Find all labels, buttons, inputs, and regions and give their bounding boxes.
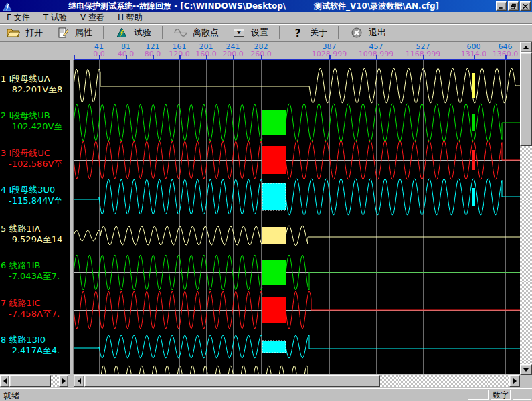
minimize-button[interactable] [496, 1, 507, 11]
settings-icon: * [232, 27, 246, 38]
toolbar-button-label: 试验 [134, 27, 151, 39]
channel-range: -7.043A至7. [9, 271, 60, 281]
scroll-down-button[interactable] [520, 364, 532, 375]
dense-fault-block [262, 260, 286, 285]
title-bar: 继电保护测试系统--故障回放 - [C:\WINDOWS\Desktop\ 测试… [0, 0, 532, 12]
toolbar-button-label: 离散点 [193, 27, 219, 39]
channel-label[interactable]: 4 Ⅰ段母线3U0 [1, 185, 55, 195]
channel-label[interactable]: 2 Ⅰ段母线UB [1, 110, 50, 121]
ruler-tick-mark [376, 55, 377, 59]
status-num-indicator: 数字 [491, 390, 511, 400]
ruler-tick-mark [423, 55, 424, 59]
waveform-area[interactable] [74, 60, 520, 374]
window-controls [495, 1, 531, 11]
menu-item-h[interactable]: H 帮助 [111, 12, 149, 23]
svg-text:?: ? [295, 27, 301, 38]
toolbar-button-label: 设置 [251, 27, 268, 39]
waveform-horizontal-scrollbar[interactable] [74, 375, 520, 387]
close-button[interactable] [520, 1, 531, 11]
test-run-icon [115, 27, 128, 38]
close-icon [522, 3, 529, 9]
toolbar: 打开属性试验离散点*设置?关于退出 [0, 24, 532, 42]
toolbar-button-8[interactable]: ?关于 [284, 25, 334, 41]
toolbar-button-10[interactable]: 退出 [343, 25, 393, 41]
channel-label[interactable]: 7 线路1IC [1, 298, 41, 308]
menu-item-t[interactable]: T 试验 [37, 12, 74, 23]
waveform-trace [74, 366, 520, 374]
toolbar-button-label: 打开 [25, 27, 43, 39]
cursor-marker[interactable] [472, 150, 475, 170]
panel-scroll-right-button[interactable] [59, 375, 68, 387]
status-panel [513, 390, 531, 400]
dense-fault-block [262, 227, 286, 244]
toolbar-button-1[interactable]: 属性 [50, 25, 99, 41]
menu-bar: F 文件T 试验V 查看H 帮助 [0, 12, 532, 24]
window-title: 继电保护测试系统--故障回放 - [C:\WINDOWS\Desktop\ 测试… [13, 1, 495, 12]
toolbar-button-0[interactable]: 打开 [0, 25, 50, 41]
toolbar-button-5[interactable]: 离散点 [167, 25, 226, 41]
toolbar-separator [279, 26, 280, 39]
dense-fault-block [262, 110, 286, 135]
wave-scroll-right-button[interactable] [509, 375, 520, 387]
restore-icon [510, 3, 517, 9]
channel-range: -102.420V至 [9, 121, 62, 131]
svg-text:*: * [237, 29, 241, 38]
channel-label[interactable]: 8 线路13I0 [1, 335, 46, 345]
ruler-tick-mark [474, 55, 475, 59]
panel-hscroll-track[interactable] [51, 375, 59, 387]
channel-range: -9.529A至14 [9, 234, 62, 244]
channel-label[interactable]: 6 线路1IB [1, 260, 40, 270]
channel-range: -115.844V至 [9, 195, 62, 206]
channel-range: -7.458A至7. [9, 309, 60, 319]
toolbar-button-label: 退出 [369, 27, 386, 39]
ruler-tick-mark [505, 55, 507, 59]
application-window: 继电保护测试系统--故障回放 - [C:\WINDOWS\Desktop\ 测试… [0, 0, 532, 401]
arrow-right-icon [513, 378, 517, 384]
arrow-left-icon [3, 378, 7, 384]
arrow-up-icon [523, 46, 529, 49]
channel-label[interactable]: 3 Ⅰ段母线UC [1, 148, 50, 158]
toolbar-separator [162, 26, 163, 39]
status-bar: 就绪 数字 [0, 388, 532, 401]
toolbar-button-3[interactable]: 试验 [108, 25, 158, 41]
arrow-down-icon [523, 368, 529, 372]
dense-fault-block [262, 146, 286, 174]
arrow-left-icon [78, 378, 81, 384]
menu-item-f[interactable]: F 文件 [0, 12, 37, 23]
wave-hscroll-thumb[interactable] [84, 375, 380, 387]
channel-range: -82.201V至8 [9, 84, 62, 94]
vscroll-thumb[interactable] [520, 52, 532, 146]
waveform-svg [74, 60, 520, 374]
vscroll-track[interactable] [520, 146, 532, 364]
app-lightning-icon [2, 1, 13, 11]
toolbar-button-label: 属性 [75, 27, 92, 39]
panel-scroll-left-button[interactable] [0, 375, 9, 387]
panel-horizontal-scrollbar[interactable] [0, 375, 70, 387]
toolbar-button-label: 关于 [310, 27, 327, 39]
cursor-marker[interactable] [472, 114, 475, 131]
cursor-marker[interactable] [472, 73, 475, 98]
wave-scroll-left-button[interactable] [74, 375, 84, 387]
restore-button[interactable] [508, 1, 519, 11]
cursor-marker[interactable] [472, 188, 475, 206]
toolbar-button-6[interactable]: *设置 [226, 25, 275, 41]
dense-fault-block [262, 341, 286, 353]
channel-label[interactable]: 5 线路1IA [1, 224, 40, 234]
wave-hscroll-track[interactable] [380, 375, 509, 387]
toolbar-separator [103, 26, 104, 39]
status-panel [468, 390, 489, 400]
timeline-ruler: 410.08140.012180.0161120.0201160.0241200… [74, 42, 520, 60]
ruler-tick-mark [329, 55, 331, 59]
arrow-right-icon [62, 378, 66, 384]
panel-hscroll-thumb[interactable] [9, 375, 51, 387]
minimize-icon [498, 3, 505, 9]
vertical-scrollbar[interactable] [520, 42, 532, 375]
exit-icon [350, 27, 363, 38]
channel-label[interactable]: 1 Ⅰ段母线UA [1, 74, 50, 84]
dense-fault-block [262, 297, 286, 323]
channel-range: -2.417A至4. [9, 345, 60, 355]
dense-fault-block [262, 183, 286, 210]
menu-item-v[interactable]: V 查看 [74, 12, 111, 23]
channel-label-panel: 1 Ⅰ段母线UA-82.201V至82 Ⅰ段母线UB-102.420V至3 Ⅰ段… [0, 60, 70, 374]
scroll-up-button[interactable] [520, 42, 532, 52]
